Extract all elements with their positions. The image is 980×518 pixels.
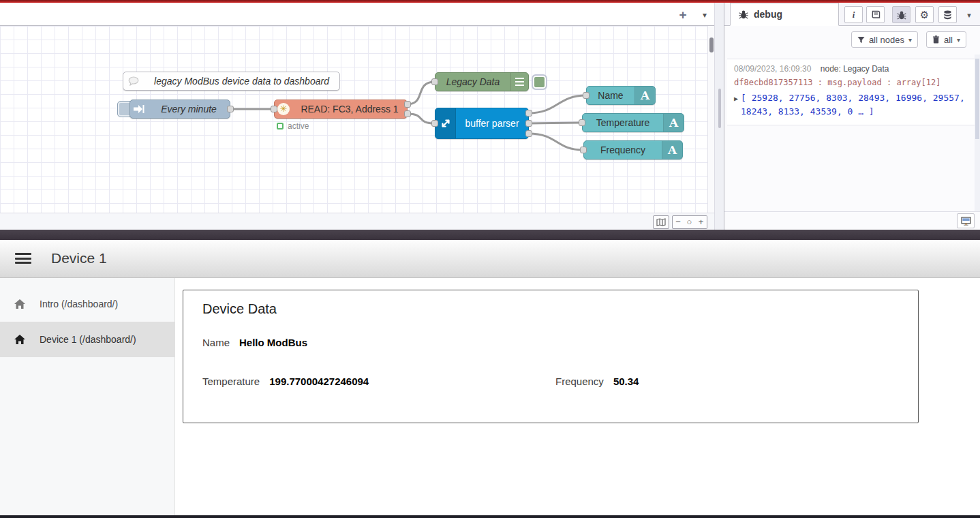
wire-parser-to-frequency[interactable] xyxy=(529,134,583,150)
field-label: Name xyxy=(202,337,230,348)
debug-node-label: Legacy Data xyxy=(435,76,510,87)
field-value: Hello ModBus xyxy=(239,337,307,348)
flow-canvas[interactable]: legacy ModBus device data to dashboard E… xyxy=(0,26,707,213)
parser-output-port-2[interactable] xyxy=(525,120,532,127)
debug-footer xyxy=(724,211,980,230)
modbus-node-label: READ: FC3, Address 1 xyxy=(292,104,407,115)
modbus-output-port-2[interactable] xyxy=(404,110,411,117)
menu-hamburger-icon[interactable] xyxy=(15,252,31,265)
inject-node-label: Every minute xyxy=(148,104,230,115)
zoom-in-button[interactable]: + xyxy=(695,215,707,229)
tab-debug[interactable]: debug xyxy=(730,3,839,26)
bug-icon xyxy=(739,10,748,19)
ui-temperature-input-port[interactable] xyxy=(579,119,585,126)
debug-source-node: node: Legacy Data xyxy=(821,64,889,74)
wire-parser-to-name[interactable] xyxy=(529,95,586,113)
database-icon xyxy=(943,10,952,20)
debug-tab-button[interactable] xyxy=(892,6,910,23)
book-icon xyxy=(871,10,881,19)
sidebar-splitter[interactable] xyxy=(714,3,724,230)
sidebar-item-device-1[interactable]: Device 1 (/dashboard/) xyxy=(0,322,175,357)
wire-modbus-to-debug[interactable] xyxy=(408,82,435,104)
sidebar-item-intro[interactable]: Intro (/dashboard/) xyxy=(0,286,175,322)
comment-node[interactable]: legacy ModBus device data to dashboard xyxy=(123,72,340,91)
debug-message: 08/09/2023, 16:09:30 node: Legacy Data d… xyxy=(727,59,975,125)
zoom-out-button[interactable]: − xyxy=(672,215,684,229)
expand-payload-caret-icon[interactable]: ▶ xyxy=(734,91,738,119)
ui-text-node-name[interactable]: Name A xyxy=(586,86,656,105)
sidebar-item-label: Intro (/dashboard/) xyxy=(40,299,118,309)
dashboard-sidebar: Intro (/dashboard/) Device 1 (/dashboard… xyxy=(0,278,175,515)
debug-filter-row: all nodes ▾ all ▾ xyxy=(724,26,980,53)
home-icon xyxy=(14,334,26,345)
status-text: active xyxy=(288,121,309,131)
debug-message-header: 08/09/2023, 16:09:30 node: Legacy Data xyxy=(734,64,968,74)
config-nodes-tab-button[interactable]: ⚙ xyxy=(915,6,934,23)
modbus-status: active xyxy=(277,121,309,131)
canvas-vertical-scrollbar[interactable] xyxy=(707,26,714,213)
navigator-map-button[interactable] xyxy=(653,215,669,229)
filter-nodes-button[interactable]: all nodes ▾ xyxy=(851,31,918,48)
window-bottom-edge xyxy=(0,515,980,518)
modbus-output-port-1[interactable] xyxy=(404,101,411,108)
zoom-reset-button[interactable]: ○ xyxy=(684,215,696,229)
ui-name-label: Name xyxy=(587,90,634,101)
field-frequency: Frequency 50.34 xyxy=(555,376,639,387)
inject-arrow-icon xyxy=(130,104,148,114)
status-square-icon xyxy=(277,123,284,130)
dashboard-header: Device 1 xyxy=(0,240,980,278)
buffer-parser-node[interactable]: buffer parser xyxy=(435,108,529,139)
funnel-icon xyxy=(857,36,865,44)
dashboard-page-title: Device 1 xyxy=(51,250,107,266)
clear-messages-label: all xyxy=(944,35,953,45)
editor-footer: − ○ + xyxy=(0,213,714,230)
sidebar-menu-chevron-icon[interactable]: ▾ xyxy=(963,9,975,21)
payload-array-text: [ 25928, 27756, 8303, 28493, 16996, 2955… xyxy=(741,91,974,119)
parser-input-port[interactable] xyxy=(431,120,438,127)
splitter-handle[interactable] xyxy=(718,89,721,128)
card-title: Device Data xyxy=(202,301,277,317)
ui-name-input-port[interactable] xyxy=(583,92,589,99)
debug-enable-toggle[interactable] xyxy=(532,74,547,90)
parser-output-port-1[interactable] xyxy=(525,110,532,117)
modbus-read-node[interactable]: ✳ READ: FC3, Address 1 xyxy=(274,100,408,119)
info-icon: i xyxy=(853,10,855,20)
open-debug-window-button[interactable] xyxy=(957,213,975,228)
ui-temperature-label: Temperature xyxy=(583,117,663,128)
device-data-card: Device Data Name Hello ModBus Temperatur… xyxy=(183,290,919,423)
ui-frequency-input-port[interactable] xyxy=(580,147,587,153)
debug-node-legacy-data[interactable]: Legacy Data xyxy=(435,72,529,91)
debug-scrollbar[interactable] xyxy=(975,55,980,213)
add-flow-button[interactable]: + xyxy=(675,7,691,23)
field-value: 50.34 xyxy=(613,376,639,387)
speech-bubble-icon xyxy=(123,76,144,86)
flow-list-chevron-icon[interactable]: ▾ xyxy=(696,7,713,23)
info-tab-button[interactable]: i xyxy=(844,6,863,23)
ui-frequency-label: Frequency xyxy=(584,144,662,155)
wire-modbus-to-parser[interactable] xyxy=(408,114,435,123)
context-data-tab-button[interactable] xyxy=(938,6,957,23)
expand-arrows-icon xyxy=(435,108,456,138)
debug-node-input-port[interactable] xyxy=(431,78,438,85)
debug-output-icon xyxy=(510,73,528,91)
modbus-input-port[interactable] xyxy=(271,106,277,112)
ui-text-node-temperature[interactable]: Temperature A xyxy=(582,113,684,132)
monitor-icon xyxy=(961,217,971,226)
scrollbar-thumb[interactable] xyxy=(709,37,714,52)
inject-output-port[interactable] xyxy=(227,106,234,112)
trash-icon xyxy=(932,35,940,44)
ui-text-node-frequency[interactable]: Frequency A xyxy=(583,140,683,159)
bug-icon xyxy=(897,10,906,20)
help-tab-button[interactable] xyxy=(866,6,885,23)
parser-output-port-3[interactable] xyxy=(525,130,532,137)
wire-parser-to-temperature[interactable] xyxy=(529,123,582,123)
chevron-down-icon: ▾ xyxy=(908,36,912,44)
field-label: Frequency xyxy=(555,376,604,387)
debug-scrollbar-thumb[interactable] xyxy=(975,59,979,139)
field-name: Name Hello ModBus xyxy=(202,337,307,348)
text-widget-icon: A xyxy=(662,141,682,159)
inject-node[interactable]: Every minute xyxy=(129,100,230,119)
sidebar-item-label: Device 1 (/dashboard/) xyxy=(40,334,136,345)
clear-messages-button[interactable]: all ▾ xyxy=(926,31,966,48)
tab-debug-label: debug xyxy=(754,9,782,20)
